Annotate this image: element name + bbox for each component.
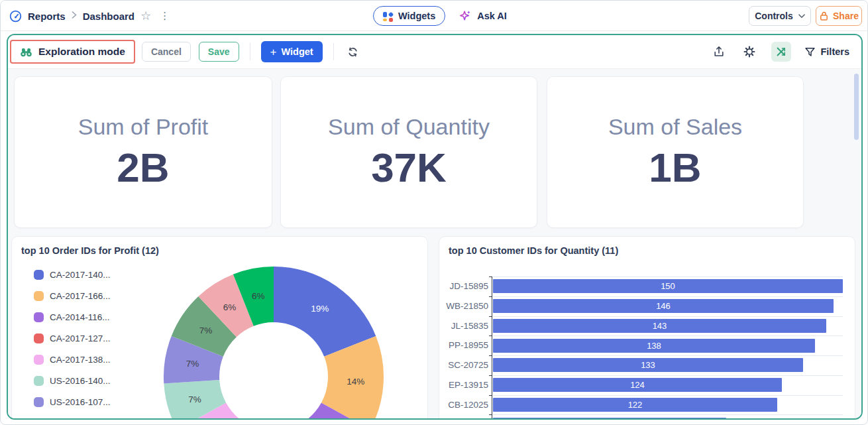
legend-swatch: [34, 418, 44, 420]
legend-swatch: [34, 355, 44, 365]
category-label: JL-15835: [439, 316, 488, 336]
legend-item[interactable]: US-2016-140...: [34, 376, 111, 386]
lock-icon: [819, 11, 829, 21]
gridline: [492, 355, 843, 356]
bar-value-label: 150: [493, 279, 843, 293]
bar[interactable]: [493, 418, 726, 420]
vertical-scrollbar-thumb[interactable]: [854, 74, 859, 140]
controls-label: Controls: [755, 11, 793, 21]
app-window: Reports Dashboard ☆ ⋮ Widgets: [0, 0, 868, 425]
shuffle-button[interactable]: [771, 42, 791, 62]
legend-item[interactable]: CA-2014-116...: [34, 312, 110, 322]
kpi-title: Sum of Quantity: [328, 114, 490, 140]
breadcrumb-reports[interactable]: Reports: [28, 11, 66, 22]
cancel-button[interactable]: Cancel: [142, 42, 191, 62]
donut-slice-label: 19%: [311, 304, 329, 314]
legend-label: CA-2017-127...: [50, 334, 111, 343]
legend-label: CA-2014-116...: [50, 312, 110, 322]
sparkle-icon: [459, 9, 472, 23]
divider: [250, 43, 250, 60]
legend-swatch: [34, 312, 44, 322]
gridline: [492, 276, 843, 277]
bar-value-label: 143: [493, 319, 826, 333]
legend-swatch: [34, 334, 44, 343]
legend-item[interactable]: CA-2017-127...: [34, 334, 111, 343]
category-label: CB-12025: [439, 395, 488, 415]
binoculars-icon: [20, 46, 32, 58]
bar-chart: JD-15895150WB-21850146JL-15835143PP-1895…: [439, 237, 855, 420]
bar-value-label: 122: [493, 398, 777, 412]
ask-ai-label: Ask AI: [477, 11, 507, 21]
export-button[interactable]: [710, 43, 728, 60]
export-icon: [713, 46, 725, 58]
ask-ai-button[interactable]: Ask AI: [459, 9, 507, 23]
donut-slice-label: 6%: [252, 291, 265, 301]
kpi-title: Sum of Profit: [78, 114, 209, 140]
legend-item[interactable]: [34, 418, 50, 420]
add-widget-label: Widget: [281, 46, 313, 57]
header-center: Widgets Ask AI: [373, 6, 507, 26]
legend-swatch: [34, 291, 44, 301]
y-axis-line: [492, 276, 492, 420]
legend-swatch: [34, 270, 44, 280]
share-label: Share: [833, 11, 859, 21]
widgets-button-label: Widgets: [398, 11, 435, 21]
gridline: [492, 296, 843, 297]
gauge-icon: [9, 10, 22, 23]
save-button[interactable]: Save: [199, 42, 239, 62]
exploration-mode-toggle[interactable]: Exploration mode: [10, 40, 135, 64]
toolbar-right-group: Filters: [710, 42, 849, 62]
legend-label: CA-2017-166...: [50, 291, 111, 301]
divider: [333, 43, 334, 60]
legend-label: CA-2017-140...: [50, 270, 111, 280]
chevron-right-icon: [72, 11, 77, 21]
legend-item[interactable]: US-2016-107...: [34, 397, 111, 407]
exploration-panel: Exploration mode Cancel Save + Widget: [7, 34, 863, 420]
kpi-card-sales: Sum of Sales 1B: [547, 76, 804, 228]
category-label: EP-13915: [439, 375, 488, 395]
filters-label: Filters: [820, 46, 849, 57]
kpi-value: 37K: [371, 144, 447, 191]
exploration-mode-label: Exploration mode: [38, 46, 125, 58]
shuffle-icon: [776, 46, 787, 57]
chevron-down-icon: [798, 14, 805, 19]
kpi-card-profit: Sum of Profit 2B: [14, 76, 272, 228]
category-label: SC-20725: [439, 355, 488, 375]
chart-title: top 10 Order IDs for Profit (12): [21, 245, 159, 256]
donut-slice-label: 7%: [186, 359, 199, 369]
donut-slice-label: 7%: [199, 326, 213, 335]
add-widget-button[interactable]: + Widget: [261, 41, 323, 62]
legend-item[interactable]: CA-2017-138...: [34, 355, 111, 365]
gridline: [492, 335, 843, 336]
controls-button[interactable]: Controls: [749, 6, 811, 26]
kpi-value: 2B: [117, 144, 169, 191]
kebab-menu-icon[interactable]: ⋮: [157, 10, 172, 22]
bar-chart-card: top 10 Customer IDs for Quantity (11) JD…: [439, 236, 855, 420]
refresh-button[interactable]: [345, 44, 361, 60]
gear-icon: [743, 46, 755, 58]
legend-swatch: [34, 376, 44, 386]
breadcrumb-dashboard[interactable]: Dashboard: [83, 11, 135, 22]
widgets-icon: [383, 11, 393, 21]
donut-chart: 19%14%7%7%7%6%6%: [12, 237, 428, 420]
gridline: [492, 395, 843, 396]
funnel-icon: [804, 46, 816, 58]
legend-item[interactable]: CA-2017-166...: [34, 291, 111, 301]
legend-label: US-2016-107...: [50, 397, 111, 407]
top-header: Reports Dashboard ☆ ⋮ Widgets: [1, 1, 867, 31]
settings-button[interactable]: [741, 43, 758, 60]
refresh-icon: [347, 46, 358, 58]
widgets-button[interactable]: Widgets: [373, 6, 445, 26]
share-button[interactable]: Share: [816, 6, 862, 26]
legend-item[interactable]: CA-2017-140...: [34, 270, 111, 280]
legend-swatch: [34, 397, 44, 407]
dashboard-canvas: Sum of Profit 2B Sum of Quantity 37K Sum…: [8, 69, 861, 418]
bar-value-label: 138: [493, 339, 815, 353]
breadcrumb: Reports Dashboard ☆ ⋮: [9, 1, 172, 31]
kpi-card-quantity: Sum of Quantity 37K: [280, 76, 537, 228]
star-icon[interactable]: ☆: [140, 10, 151, 22]
filters-button[interactable]: Filters: [804, 46, 849, 58]
donut-slice-label: 7%: [188, 395, 201, 404]
bar-value-label: 124: [493, 378, 782, 392]
category-label: WB-21850: [439, 296, 488, 316]
